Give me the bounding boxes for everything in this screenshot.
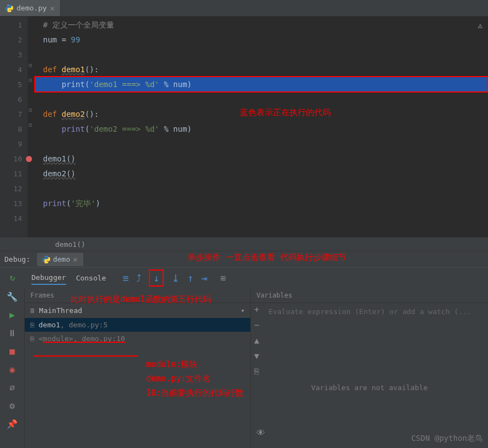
line-number: 11	[0, 166, 22, 181]
stop-button[interactable]: ■	[9, 346, 15, 357]
run-to-cursor-icon[interactable]: ⇥	[201, 272, 207, 284]
frame-row[interactable]: ⎘ demo1, demo.py:5	[25, 318, 250, 332]
line-number: 4	[0, 62, 22, 77]
show-execution-icon[interactable]: ≡	[122, 272, 128, 284]
svg-point-0	[8, 5, 8, 6]
step-into-icon[interactable]: ↓	[149, 269, 164, 287]
evaluate-icon[interactable]: ⊞	[221, 273, 226, 283]
tab-bar: demo.py ×	[0, 0, 488, 17]
evaluate-input[interactable]: Evaluate expression (Enter) or add a wat…	[251, 303, 488, 320]
view-breakpoints-icon[interactable]: ◉	[9, 364, 15, 375]
file-tab[interactable]: demo.py ×	[0, 0, 61, 16]
wrench-icon[interactable]: 🔧	[7, 292, 18, 302]
down-icon[interactable]: ▼	[254, 351, 259, 361]
duplicate-icon[interactable]: ⎘	[254, 366, 259, 376]
pin-icon[interactable]: 📌	[7, 419, 18, 429]
frame-icon: ⎘	[30, 321, 34, 329]
line-number: 9	[0, 137, 22, 152]
line-number: 8	[0, 122, 22, 137]
debug-panels: 🔧 ▶ ⏸ ■ ◉ ⌀ ⚙ 📌 Frames ≣ MainThread ▾ ⎘ …	[0, 288, 488, 448]
eye-icon[interactable]: 👁	[256, 428, 265, 438]
line-number: 1	[0, 18, 22, 33]
line-number: 14	[0, 211, 22, 226]
line-number: 3	[0, 47, 22, 62]
line-number: 10	[0, 152, 22, 166]
svg-point-1	[10, 10, 11, 11]
close-icon[interactable]: ×	[73, 255, 77, 264]
remove-watch-icon[interactable]: −	[254, 320, 259, 330]
close-icon[interactable]: ×	[50, 4, 55, 13]
python-icon	[6, 4, 13, 12]
frames-title: Frames	[30, 292, 54, 299]
code-editor: ⚠ 1 2 3 4 5 6 7 8 9 10 11 12 13 14 ⊟ ⊟ ⊟…	[0, 17, 488, 237]
mute-breakpoints-icon[interactable]: ⌀	[9, 382, 15, 393]
code-area[interactable]: # 定义一个全局变量 num = 99 def demo1(): print('…	[39, 17, 488, 237]
step-over-icon[interactable]: ⤴	[136, 272, 141, 284]
up-icon[interactable]: ▲	[254, 336, 259, 346]
debug-side-actions: 🔧 ▶ ⏸ ■ ◉ ⌀ ⚙ 📌	[0, 288, 25, 448]
python-icon	[42, 256, 50, 263]
watermark: CSDN @python老鸟	[411, 434, 482, 444]
step-into-my-icon[interactable]: ⤓	[171, 272, 180, 284]
breadcrumb: demo1()	[0, 237, 488, 251]
variables-empty-text: Variables are not available	[251, 384, 488, 392]
fold-icon[interactable]: ⊟	[29, 77, 32, 83]
settings-icon[interactable]: ⚙	[9, 401, 15, 411]
frames-panel: Frames ≣ MainThread ▾ ⎘ demo1, demo.py:5…	[25, 288, 251, 448]
frame-row[interactable]: ⎘ <module>, demo.py:10	[25, 332, 250, 346]
line-number: 13	[0, 196, 22, 211]
code-token: # 定义一个全局变量	[43, 20, 114, 29]
fold-icon[interactable]: ⊟	[29, 107, 32, 113]
fold-icon[interactable]: ⊟	[29, 62, 32, 68]
debug-config-tab[interactable]: demo ×	[37, 253, 83, 266]
resume-button[interactable]: ▶	[9, 310, 15, 320]
thread-icon: ≣	[30, 306, 35, 315]
add-watch-icon[interactable]: +	[254, 305, 259, 315]
line-number: 6	[0, 92, 22, 107]
debug-bar: Debug: demo ×	[0, 251, 488, 267]
file-tab-label: demo.py	[17, 4, 47, 12]
variables-panel: Variables + − ▲ ▼ ⎘ Evaluate expression …	[251, 288, 488, 448]
red-underline	[33, 355, 138, 357]
tab-debugger[interactable]: Debugger	[31, 273, 66, 285]
debug-toolbar: ↻ Debugger Console ≡ ⤴ ↓ ⤓ ↑ ⇥ ⊞	[0, 267, 488, 288]
line-number: 7	[0, 107, 22, 122]
line-number: 12	[0, 181, 22, 196]
tab-console[interactable]: Console	[76, 274, 106, 282]
variables-title: Variables	[256, 292, 292, 299]
line-number: 5	[0, 77, 22, 92]
thread-row[interactable]: ≣ MainThread ▾	[25, 303, 250, 318]
fold-icon[interactable]: ⊟	[29, 122, 32, 128]
fold-column: ⊟ ⊟ ⊟ ⊟	[28, 17, 39, 237]
step-out-icon[interactable]: ↑	[187, 272, 194, 284]
debug-label: Debug:	[4, 255, 30, 263]
frame-icon: ⎘	[30, 335, 34, 343]
pause-button[interactable]: ⏸	[8, 328, 17, 338]
rerun-button[interactable]: ↻	[10, 272, 15, 283]
line-number: 2	[0, 33, 22, 47]
chevron-down-icon[interactable]: ▾	[240, 306, 245, 315]
red-underline	[43, 342, 126, 343]
line-gutter: 1 2 3 4 5 6 7 8 9 10 11 12 13 14	[0, 17, 28, 237]
